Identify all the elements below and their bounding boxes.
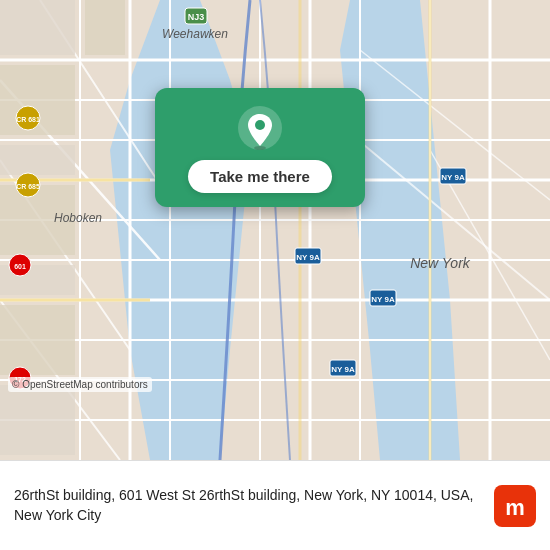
info-bar: 26rthSt building, 601 West St 26rthSt bu…: [0, 460, 550, 550]
svg-text:CR 681: CR 681: [16, 116, 40, 123]
address-text: 26rthSt building, 601 West St 26rthSt bu…: [14, 486, 494, 525]
svg-rect-35: [0, 385, 75, 455]
svg-text:NY 9A: NY 9A: [296, 253, 320, 262]
map-popup: Take me there: [155, 88, 365, 207]
svg-rect-31: [0, 145, 75, 175]
svg-rect-29: [85, 0, 125, 55]
svg-text:Hoboken: Hoboken: [54, 211, 102, 225]
moovit-logo: m: [494, 485, 536, 527]
svg-text:Weehawken: Weehawken: [162, 27, 228, 41]
osm-credit: © OpenStreetMap contributors: [8, 377, 152, 392]
location-pin-icon: [238, 106, 282, 150]
svg-text:CR 685: CR 685: [16, 183, 40, 190]
svg-text:NY 9A: NY 9A: [331, 365, 355, 374]
svg-rect-28: [0, 0, 75, 55]
take-me-there-button[interactable]: Take me there: [188, 160, 332, 193]
moovit-icon: m: [494, 485, 536, 527]
svg-point-62: [254, 146, 266, 150]
svg-text:NJ3: NJ3: [188, 12, 205, 22]
svg-rect-34: [0, 305, 75, 375]
svg-text:NY 9A: NY 9A: [441, 173, 465, 182]
svg-point-63: [255, 120, 265, 130]
svg-text:m: m: [505, 495, 525, 520]
svg-text:NY 9A: NY 9A: [371, 295, 395, 304]
map-container: NJ3 CR 681 CR 685 601 172 NY 9A NY 9A NY…: [0, 0, 550, 460]
svg-text:601: 601: [14, 263, 26, 270]
svg-text:New York: New York: [410, 255, 471, 271]
